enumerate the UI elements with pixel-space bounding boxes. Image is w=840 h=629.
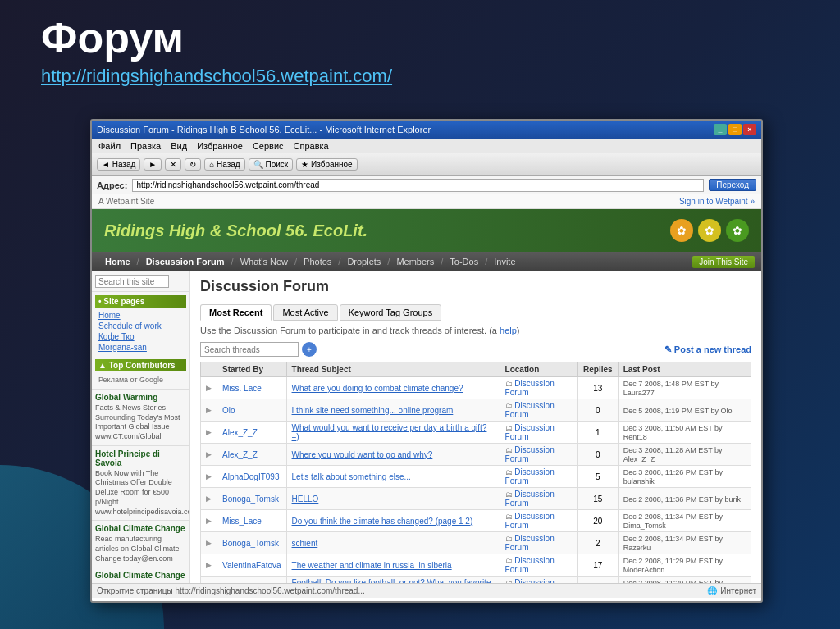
- back-button[interactable]: ◄ Назад: [97, 158, 140, 171]
- browser-title-text: Discussion Forum - Ridings High B School…: [97, 125, 431, 134]
- row-location: 🗂 Discussion Forum: [500, 377, 578, 399]
- row-author: AlphaDogIT093: [217, 466, 287, 488]
- menu-tools[interactable]: Сервис: [253, 141, 284, 151]
- nav-todos[interactable]: To-Dos: [443, 252, 485, 271]
- row-replies: 15: [578, 488, 619, 510]
- table-row: ▶ Bonoga_Tomsk HELLO 🗂 Discussion Forum …: [201, 488, 751, 510]
- go-button[interactable]: Переход: [709, 179, 756, 191]
- browser-titlebar: Discussion Forum - Ridings High B School…: [92, 121, 761, 139]
- row-last-post: Dec 2 2008, 11:29 PM EST by bulanshik: [618, 577, 751, 584]
- col-last-post: Last Post: [618, 362, 751, 377]
- status-loading-text: Открытие страницы http://ridingshighands…: [97, 586, 365, 595]
- forward-button[interactable]: ►: [144, 158, 162, 171]
- header-icons: ✿ ✿ ✿: [670, 219, 749, 242]
- row-author: Bonoga_Tomsk: [217, 488, 287, 510]
- row-last-post: Dec 2 2008, 11:34 PM EST by Dima_Tomsk: [618, 510, 751, 532]
- wetpaint-bar: A Wetpaint Site Sign in to Wetpaint »: [92, 194, 761, 209]
- stop-button[interactable]: ✕: [165, 158, 181, 171]
- header-icon-3[interactable]: ✿: [726, 219, 749, 242]
- row-replies: 5: [578, 466, 619, 488]
- row-last-post: Dec 2 2008, 11:29 PM EST by ModerAction: [618, 554, 751, 577]
- row-replies: 17: [578, 554, 619, 577]
- nav-discussion-forum[interactable]: Discussion Forum: [139, 252, 231, 271]
- row-replies: 0: [578, 444, 619, 466]
- search-button[interactable]: 🔍 Поиск: [249, 158, 294, 171]
- signin-link[interactable]: Sign in to Wetpaint »: [679, 197, 755, 206]
- row-last-post: Dec 7 2008, 1:48 PM EST by Laura277: [618, 377, 751, 399]
- row-author: ValentinaFatova: [217, 554, 287, 577]
- row-arrow: ▶: [201, 422, 217, 444]
- address-input[interactable]: [132, 179, 704, 192]
- status-zone: Интернет: [720, 586, 756, 595]
- tab-keyword-tag[interactable]: Keyword Tag Groups: [340, 304, 442, 321]
- forum-help-link[interactable]: help: [500, 326, 517, 335]
- row-location: 🗂 Discussion Forum: [500, 510, 578, 532]
- post-new-thread-button[interactable]: ✎ Post a new thread: [664, 344, 751, 355]
- nav-home[interactable]: Home: [98, 252, 137, 271]
- row-author: Olo: [217, 399, 287, 422]
- row-last-post: Dec 3 2008, 11:28 AM EST by Alex_Z_Z: [618, 444, 751, 466]
- tab-most-active[interactable]: Most Active: [273, 304, 337, 321]
- title-area: Форум http://ridingshighandschool56.wetp…: [41, 16, 392, 87]
- sidebar-search-area: [92, 271, 189, 292]
- row-replies: 2: [578, 532, 619, 554]
- row-last-post: Dec 3 2008, 11:50 AM EST by Rent18: [618, 422, 751, 444]
- thread-search-input[interactable]: [200, 342, 299, 357]
- address-label: Адрес:: [97, 180, 127, 190]
- header-icon-1[interactable]: ✿: [670, 219, 693, 242]
- nav-whats-new[interactable]: What's New: [234, 252, 294, 271]
- maximize-button[interactable]: □: [728, 124, 742, 135]
- row-subject: What are you doing to combat climate cha…: [286, 377, 500, 399]
- row-subject: Where you would want to go and why?: [286, 444, 500, 466]
- page-heading: Форум: [41, 16, 392, 59]
- menu-help[interactable]: Справка: [294, 141, 329, 151]
- home-button[interactable]: ⌂ Назад: [204, 158, 244, 171]
- widget-1-title: Hotel Principe di Savoia: [95, 449, 186, 467]
- sidebar-link-morgana[interactable]: Morgana-san: [95, 342, 186, 353]
- header-icon-2[interactable]: ✿: [698, 219, 721, 242]
- menu-file[interactable]: Файл: [98, 141, 121, 151]
- menu-view[interactable]: Вид: [171, 141, 187, 151]
- row-arrow: ▶: [201, 532, 217, 554]
- col-started-by: Started By: [217, 362, 287, 377]
- join-site-button[interactable]: Join This Site: [692, 256, 755, 268]
- nav-members[interactable]: Members: [390, 252, 441, 271]
- row-arrow: ▶: [201, 488, 217, 510]
- row-arrow: ▶: [201, 554, 217, 577]
- close-button[interactable]: ×: [743, 124, 756, 135]
- sidebar-widget-3: Global Climate Change: [92, 567, 189, 583]
- thread-search-go[interactable]: +: [302, 342, 317, 357]
- nav-photos[interactable]: Photos: [297, 252, 338, 271]
- sidebar-link-schedule[interactable]: Schedule of work: [95, 321, 186, 331]
- row-author: Alex_Z_Z: [217, 444, 287, 466]
- row-arrow: ▶: [201, 444, 217, 466]
- minimize-button[interactable]: _: [714, 124, 727, 135]
- row-subject: The weather and climate in russia_in sib…: [286, 554, 500, 577]
- row-location: 🗂 Discussion Forum: [500, 422, 578, 444]
- refresh-button[interactable]: ↻: [185, 158, 201, 171]
- row-location: 🗂 Discussion Forum: [500, 399, 578, 422]
- tab-most-recent[interactable]: Most Recent: [200, 304, 272, 321]
- row-arrow: ▶: [201, 466, 217, 488]
- table-row: ▶ Alex_Z_Z Where you would want to go an…: [201, 444, 751, 466]
- site-content: Ridings High & School 56. EcoLit. ✿ ✿ ✿ …: [92, 209, 761, 583]
- sidebar-search-input[interactable]: [95, 275, 169, 288]
- sidebar-link-home[interactable]: Home: [95, 310, 186, 321]
- sidebar-section-title: • Site pages: [95, 295, 186, 308]
- menu-edit[interactable]: Правка: [130, 141, 161, 151]
- menu-favorites[interactable]: Избранное: [197, 141, 243, 151]
- favorites-button[interactable]: ★ Избранное: [296, 158, 357, 171]
- row-location: 🗂 Discussion Forum: [500, 577, 578, 584]
- tab-bar: Most Recent Most Active Keyword Tag Grou…: [200, 304, 751, 321]
- nav-invite[interactable]: Invite: [487, 252, 522, 271]
- top-contributors-section: ▲ Top Contributors Реклама от Google: [92, 356, 189, 389]
- table-row: ▶ Denizza Football! Do you like football…: [201, 577, 751, 584]
- table-row: ▶ Miss_Lace Do you think the climate has…: [201, 510, 751, 532]
- row-location: 🗂 Discussion Forum: [500, 466, 578, 488]
- nav-bar: Home / Discussion Forum / What's New / P…: [92, 252, 761, 271]
- row-location: 🗂 Discussion Forum: [500, 554, 578, 577]
- row-replies: 13: [578, 377, 619, 399]
- sidebar-link-kofteTko[interactable]: Кофе Тко: [95, 331, 186, 342]
- nav-droplets[interactable]: Droplets: [340, 252, 387, 271]
- table-row: ▶ Olo I think site need something... onl…: [201, 399, 751, 422]
